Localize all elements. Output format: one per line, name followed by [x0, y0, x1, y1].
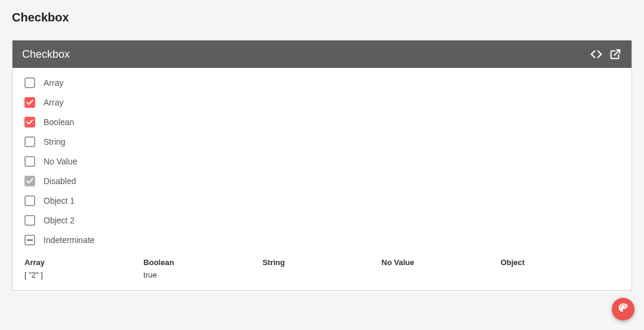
theme-fab-button[interactable]: [612, 298, 634, 320]
value-column: No Value: [382, 258, 501, 270]
checkbox-row: Array: [24, 77, 620, 88]
checkbox-label: Disabled: [44, 176, 76, 186]
code-toggle-icon[interactable]: [590, 48, 603, 61]
checkbox-input[interactable]: [24, 215, 35, 226]
value-header: String: [262, 258, 382, 267]
indeterminate-dash-icon: [27, 239, 33, 241]
checkbox-row: Indeterminate: [24, 235, 620, 245]
page-title: Checkbox: [12, 11, 632, 24]
checkbox-label: Indeterminate: [44, 235, 95, 245]
palette-icon: [618, 303, 628, 316]
open-external-icon[interactable]: [609, 48, 622, 61]
checkbox-input-indeterminate[interactable]: [24, 235, 35, 245]
values-row: Array [ "2" ] Boolean true String No Val…: [24, 254, 620, 279]
checkbox-label: Boolean: [44, 117, 74, 127]
checkbox-input-disabled: [24, 176, 35, 186]
checkbox-row: Boolean: [24, 117, 620, 127]
value-header: Boolean: [144, 258, 263, 267]
checkbox-input[interactable]: [24, 77, 35, 88]
value-column: Array [ "2" ]: [24, 258, 144, 279]
checkbox-label: Object 2: [44, 216, 75, 225]
checkbox-label: Array: [44, 78, 63, 88]
checkbox-row: Array: [24, 97, 620, 108]
value-header: Array: [24, 258, 144, 267]
checkbox-row: Object 1: [24, 195, 620, 206]
panel-header: Checkbox: [13, 41, 631, 68]
checkbox-row: String: [24, 136, 620, 147]
checkbox-label: Object 1: [44, 196, 75, 206]
checkbox-input[interactable]: [24, 97, 35, 108]
panel-body: Array Array Boolean String: [13, 68, 631, 290]
value-column: Object: [500, 258, 620, 270]
example-panel: Checkbox Array: [12, 40, 632, 291]
value-column: Boolean true: [144, 258, 263, 279]
checkbox-row: Object 2: [24, 215, 620, 226]
checkbox-label: Array: [44, 98, 63, 107]
value-header: Object: [500, 258, 620, 267]
checkbox-input[interactable]: [24, 156, 35, 167]
value-header: No Value: [382, 258, 501, 267]
checkbox-input[interactable]: [24, 136, 35, 147]
checkbox-row: No Value: [24, 156, 620, 167]
checkbox-input[interactable]: [24, 117, 35, 127]
checkbox-input[interactable]: [24, 195, 35, 206]
checkbox-label: No Value: [44, 157, 78, 166]
checkbox-row: Disabled: [24, 176, 620, 186]
panel-header-title: Checkbox: [22, 48, 584, 61]
checkbox-label: String: [44, 137, 66, 147]
value-column: String: [262, 258, 382, 270]
value-cell: true: [144, 270, 263, 279]
value-cell: [ "2" ]: [24, 270, 144, 279]
